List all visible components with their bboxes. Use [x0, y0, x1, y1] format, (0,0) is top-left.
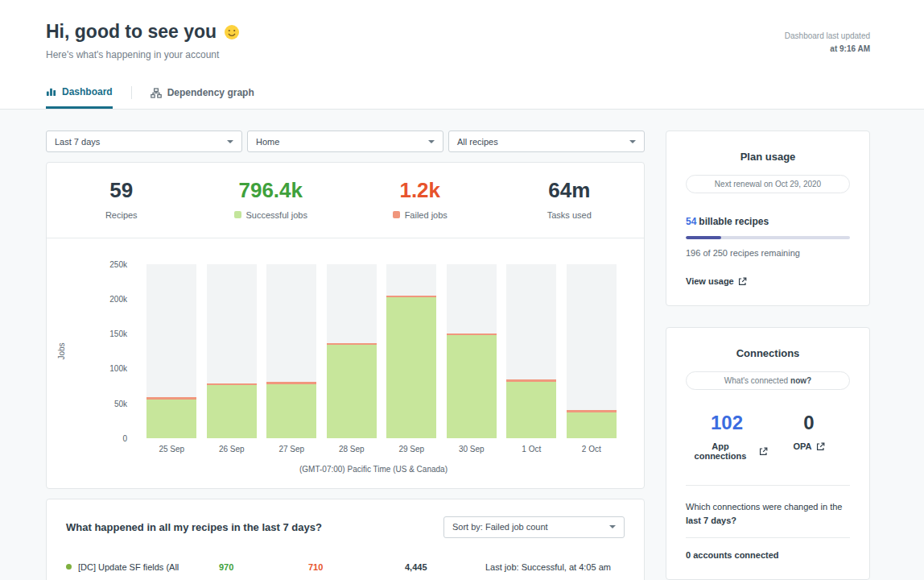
chart-bar[interactable] — [146, 264, 196, 438]
successful-jobs-segment — [207, 385, 257, 438]
dashboard-column: Last 7 days Home All recipes 59 Recipes … — [46, 130, 645, 580]
chart-bar[interactable] — [447, 264, 497, 438]
page-header: Hi, good to see you Here's what's happen… — [0, 0, 924, 77]
opa-count: 0 — [768, 412, 850, 433]
chart-x-labels: 25 Sep26 Sep27 Sep28 Sep29 Sep30 Sep1 Oc… — [135, 445, 628, 454]
billable-count: 54 — [686, 216, 696, 227]
chart-timezone-note: (GMT-07:00) Pacific Time (US & Canada) — [119, 465, 628, 474]
recipe-successful-count: 970 — [219, 562, 308, 572]
dependency-graph-icon — [151, 88, 162, 98]
plan-usage-title: Plan usage — [686, 151, 850, 163]
plan-progress-fill — [686, 236, 721, 239]
chart-x-label: 28 Sep — [327, 445, 377, 454]
page-subtitle: Here's what's happening in your account — [46, 49, 870, 60]
chart-bar[interactable] — [386, 264, 436, 438]
chart-bar[interactable] — [506, 264, 556, 438]
billable-label: billable recipes — [699, 216, 769, 227]
stat-successful-jobs: 796.4k Successful jobs — [196, 179, 346, 220]
connections-pill-text: What's connected — [724, 376, 788, 385]
chart-bar[interactable] — [327, 264, 377, 438]
connections-divider — [686, 485, 850, 486]
successful-jobs-segment — [567, 412, 617, 438]
recipe-name-text: [DC] Update SF fields (All — [78, 562, 179, 572]
chart-bar[interactable] — [266, 264, 316, 438]
location-value: Home — [256, 137, 279, 147]
renewal-note: Next renewal on Oct 29, 2020 — [715, 180, 821, 188]
external-link-icon — [738, 277, 747, 286]
stat-recipes-label: Recipes — [105, 210, 138, 220]
summary-card: 59 Recipes 796.4k Successful jobs 1.2k F… — [46, 162, 645, 489]
stat-recipes-value: 59 — [47, 179, 196, 203]
successful-legend-swatch — [234, 211, 241, 218]
chart-y-axis-title: Jobs — [57, 342, 66, 359]
chart-bar[interactable] — [567, 264, 617, 438]
connections-pill: What's connected now? — [686, 371, 850, 390]
stat-recipes: 59 Recipes — [47, 179, 196, 220]
sort-by-select[interactable]: Sort by: Failed job count — [443, 516, 625, 538]
tab-bar: Dashboard Dependency graph — [0, 77, 924, 110]
connections-question-bold: last 7 days? — [686, 516, 736, 525]
chart-y-axis: Jobs 250k200k150k100k50k0 — [47, 264, 135, 438]
sort-by-value: Sort by: Failed job count — [452, 522, 548, 532]
opa-link[interactable]: OPA — [768, 441, 850, 451]
successful-jobs-segment — [327, 345, 377, 438]
connections-counts: 102 App connections 0 OPA — [686, 412, 850, 461]
billable-recipes: 54billable recipes — [686, 216, 850, 227]
successful-jobs-segment — [146, 400, 196, 438]
chart-x-label: 1 Oct — [506, 445, 556, 454]
connections-question-text: Which connections were changed in the — [686, 502, 842, 512]
connections-pill-bold: now? — [790, 376, 811, 385]
sidebar-column: Plan usage Next renewal on Oct 29, 2020 … — [666, 130, 870, 580]
jobs-chart: Jobs 250k200k150k100k50k0 25 Sep26 Sep27… — [47, 238, 644, 488]
app-connections-link[interactable]: App connections — [686, 441, 768, 461]
filter-row: Last 7 days Home All recipes — [46, 130, 645, 152]
recipe-row[interactable]: [DC] Update SF fields (All 970 710 4,445… — [66, 562, 625, 572]
greeting-text: Hi, good to see you — [46, 21, 217, 43]
plan-usage-progress — [686, 236, 850, 239]
successful-jobs-segment — [266, 384, 316, 438]
tab-dashboard[interactable]: Dashboard — [46, 77, 113, 109]
app-connections-label: App connections — [686, 441, 755, 461]
chart-x-label: 26 Sep — [207, 445, 257, 454]
chart-y-tick: 0 — [122, 433, 127, 442]
connections-card: Connections What's connected now? 102 Ap… — [666, 327, 870, 580]
chart-bar[interactable] — [207, 264, 257, 438]
connections-title: Connections — [686, 347, 850, 359]
chart-x-label: 27 Sep — [266, 445, 316, 454]
date-range-select[interactable]: Last 7 days — [46, 130, 242, 152]
external-link-icon — [816, 442, 825, 451]
recipes-activity-card: What happened in all my recipes in the l… — [46, 499, 645, 580]
accounts-connected: 0 accounts connected — [686, 550, 850, 560]
recipe-name: [DC] Update SF fields (All — [66, 562, 219, 572]
plan-usage-card: Plan usage Next renewal on Oct 29, 2020 … — [666, 130, 870, 306]
recipes-section-title: What happened in all my recipes in the l… — [66, 521, 322, 533]
location-select[interactable]: Home — [247, 130, 443, 152]
opa-block: 0 OPA — [768, 412, 850, 461]
stats-row: 59 Recipes 796.4k Successful jobs 1.2k F… — [47, 163, 644, 238]
recipe-tasks-count: 4,445 — [405, 562, 485, 572]
chart-x-label: 30 Sep — [447, 445, 497, 454]
app-connections-count: 102 — [686, 412, 768, 433]
question-divider — [686, 537, 850, 538]
tab-dependency-graph[interactable]: Dependency graph — [151, 77, 254, 109]
renewal-pill: Next renewal on Oct 29, 2020 — [686, 175, 850, 193]
chevron-down-icon — [428, 140, 435, 143]
tab-divider — [131, 86, 132, 99]
chart-y-tick: 50k — [114, 399, 127, 408]
tab-dependency-graph-label: Dependency graph — [167, 87, 254, 98]
page-title: Hi, good to see you — [46, 21, 870, 43]
stat-tasks-used: 64m Tasks used — [495, 179, 645, 220]
successful-jobs-segment — [506, 382, 556, 438]
main-content: Last 7 days Home All recipes 59 Recipes … — [0, 110, 924, 580]
chevron-down-icon — [629, 140, 636, 143]
recipes-value: All recipes — [457, 137, 498, 147]
chart-y-tick: 150k — [109, 329, 127, 338]
bar-chart-icon — [46, 86, 56, 97]
recipes-select[interactable]: All recipes — [448, 130, 645, 152]
view-usage-link[interactable]: View usage — [686, 276, 850, 286]
last-updated-label: Dashboard last updated — [785, 30, 870, 43]
failed-legend-swatch — [393, 211, 400, 218]
connections-question: Which connections were changed in the la… — [686, 500, 850, 528]
last-updated: Dashboard last updated at 9:16 AM — [785, 30, 870, 56]
successful-jobs-segment — [386, 297, 436, 438]
